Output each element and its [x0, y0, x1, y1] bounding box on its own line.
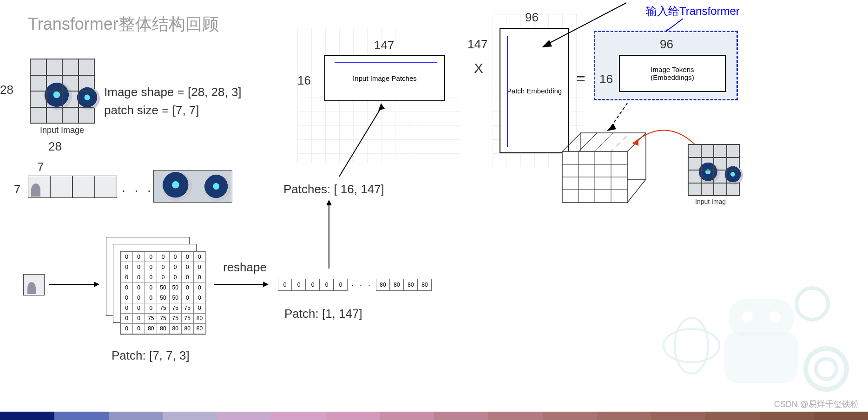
matrix-cell: 0: [133, 252, 145, 262]
footer-segment: [651, 412, 705, 420]
matrix-cell: 0: [193, 252, 205, 262]
matrix-cell: 75: [157, 313, 169, 323]
matrix-cell: 80: [157, 323, 169, 334]
rowvec-cell: 80: [404, 279, 418, 291]
matrix-cell: 75: [169, 303, 181, 313]
matrix-cell: 0: [121, 313, 133, 323]
svg-point-35: [675, 318, 708, 374]
dim-96-top: 96: [525, 10, 539, 25]
svg-rect-37: [729, 299, 794, 336]
svg-point-39: [769, 311, 781, 322]
matrix-cell: 0: [193, 262, 205, 272]
footer-segment: [434, 412, 488, 420]
svg-point-38: [742, 311, 753, 322]
page-title: Transformer整体结构回顾: [28, 13, 219, 36]
svg-point-32: [806, 348, 847, 389]
svg-line-6: [339, 108, 381, 177]
matrix-cell: 0: [157, 262, 169, 272]
matrix-cell: 80: [193, 313, 205, 323]
matrix-cell: 0: [121, 293, 133, 303]
arrow-right-icon: [214, 279, 270, 290]
svg-marker-1: [94, 282, 99, 287]
patch-cell: [28, 176, 50, 198]
matrix-cell: 0: [157, 252, 169, 262]
matrix-cell: 0: [181, 293, 193, 303]
matrix-cell: 0: [193, 272, 205, 282]
dim-147-left: 147: [467, 37, 487, 52]
footer-segment: [597, 412, 651, 420]
svg-marker-5: [326, 200, 332, 205]
matrix-cell: 50: [169, 293, 181, 303]
matrix-cell: 0: [121, 282, 133, 293]
image-tokens-box: Image Tokens (Embeddings): [619, 55, 726, 92]
matrix-front: 0000000000000000000000005050000005050000…: [120, 251, 206, 335]
matrix-cell: 80: [169, 323, 181, 334]
patch-1-147-label: Patch: [1, 147]: [284, 307, 362, 321]
matrix-cell: 0: [133, 323, 145, 334]
svg-rect-36: [724, 332, 798, 383]
matrix-cell: 0: [145, 293, 157, 303]
footer-segment: [217, 412, 271, 420]
matrix-cell: 0: [181, 272, 193, 282]
input-patches-box: Input Image Patches: [324, 55, 445, 101]
rowvec-cell: 80: [418, 279, 432, 291]
matrix-cell: 75: [181, 303, 193, 313]
svg-point-33: [816, 359, 836, 379]
multiply-symbol: X: [474, 60, 483, 76]
input-patches-box-label: Input Image Patches: [353, 74, 417, 82]
footer-segment: [163, 412, 217, 420]
patches-caption: Patches: [ 16, 147]: [283, 182, 384, 197]
patch-cell: [95, 176, 117, 198]
patch-cell: [72, 176, 95, 198]
single-patch: [23, 274, 45, 295]
rowvec-cell: 0: [292, 279, 306, 291]
matrix-cell: 0: [133, 303, 145, 313]
image-shape-text: Image shape = [28, 28, 3]: [104, 85, 242, 99]
svg-marker-30: [632, 139, 638, 146]
arrow-diag-icon: [335, 102, 390, 181]
matrix-cell: 0: [169, 272, 181, 282]
dim-28-bottom: 28: [48, 139, 62, 154]
matrix-cell: 0: [145, 272, 157, 282]
dim-16-left: 16: [297, 73, 311, 88]
footer-segment: [109, 412, 163, 420]
matrix-cell: 0: [157, 272, 169, 282]
svg-line-18: [627, 179, 646, 203]
footer-segment: [814, 412, 868, 420]
dim-16-tokens: 16: [599, 72, 613, 86]
reshape-label: reshape: [223, 260, 267, 275]
matrix-cell: 80: [193, 323, 205, 334]
matrix-cell: 50: [157, 282, 169, 293]
footer-segment: [271, 412, 326, 420]
svg-marker-7: [378, 103, 385, 111]
input-image-grid: [30, 59, 95, 124]
dim-96-tokens: 96: [660, 37, 673, 52]
matrix-cell: 0: [133, 272, 145, 282]
tokens-l2: (Embeddings): [651, 73, 694, 81]
matrix-cell: 0: [181, 282, 193, 293]
matrix-cell: 0: [181, 252, 193, 262]
ellipsis: . . .: [122, 180, 154, 195]
footer-segment: [543, 412, 597, 420]
equals-symbol: =: [576, 70, 585, 88]
footer-segment: [326, 412, 380, 420]
matrix-cell: 0: [193, 293, 205, 303]
svg-point-34: [664, 329, 719, 362]
rowvec-ellipsis: · · ·: [348, 280, 376, 290]
matrix-cell: 75: [145, 313, 157, 323]
matrix-cell: 0: [145, 282, 157, 293]
arrow-right-icon: [49, 279, 100, 290]
tokens-l1: Image Tokens: [651, 66, 694, 73]
input-image-small-caption: Input Imag: [695, 198, 726, 205]
matrix-cell: 75: [181, 313, 193, 323]
matrix-cell: 0: [193, 282, 205, 293]
rowvec-cell: 0: [306, 279, 320, 291]
matrix-cell: 0: [133, 282, 145, 293]
matrix-cell: 50: [169, 282, 181, 293]
robot-watermark-icon: [654, 281, 849, 401]
patch-773-label: Patch: [7, 7, 3]: [112, 348, 190, 363]
matrix-cell: 0: [133, 262, 145, 272]
rowvec-cell: 0: [334, 279, 348, 291]
row-vector: 00000· · ·80808080: [278, 279, 432, 291]
matrix-cell: 0: [121, 323, 133, 334]
